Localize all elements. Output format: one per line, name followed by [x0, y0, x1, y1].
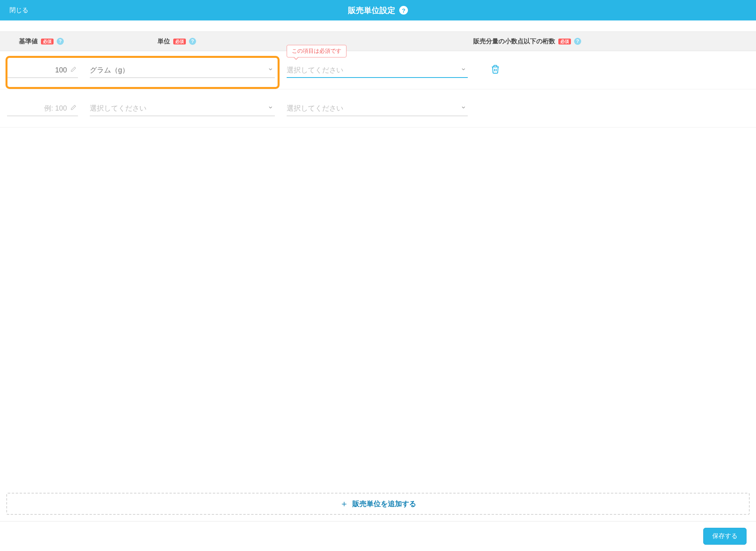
chevron-down-icon — [268, 67, 273, 74]
plus-icon: ＋ — [340, 499, 348, 508]
unit-row: 選択してください 選択してください — [0, 89, 756, 128]
pencil-icon — [70, 67, 76, 74]
column-header-row: 基準値 必須 ? 単位 必須 ? 販売分量の小数点以下の桁数 必須 ? — [0, 31, 756, 51]
chevron-down-icon — [461, 67, 466, 74]
add-row-container: ＋ 販売単位を追加する — [0, 486, 756, 521]
column-header-digits: 販売分量の小数点以下の桁数 必須 ? — [282, 37, 749, 46]
column-header-base: 基準値 必須 ? — [19, 37, 94, 46]
digits-select[interactable]: 選択してください — [287, 100, 468, 116]
footer: 保存する — [0, 521, 756, 551]
header: 閉じる 販売単位設定 ? — [0, 0, 756, 20]
delete-row-button[interactable] — [491, 65, 500, 76]
page-title: 販売単位設定 ? — [348, 5, 408, 16]
rows-container: グラム（g） この項目は必須です 選択してください — [0, 51, 756, 486]
add-unit-row-button[interactable]: ＋ 販売単位を追加する — [6, 493, 750, 515]
required-badge: 必須 — [41, 39, 54, 44]
required-badge: 必須 — [173, 39, 186, 44]
close-button[interactable]: 閉じる — [9, 6, 28, 15]
help-icon[interactable]: ? — [189, 38, 196, 45]
digits-select[interactable]: この項目は必須です 選択してください — [287, 62, 468, 78]
column-header-unit: 単位 必須 ? — [94, 37, 282, 46]
column-digits-label: 販売分量の小数点以下の桁数 — [473, 37, 555, 46]
unit-row: グラム（g） この項目は必須です 選択してください — [0, 51, 756, 89]
chevron-down-icon — [461, 105, 466, 112]
unit-select-placeholder: 選択してください — [90, 104, 275, 113]
digits-select-placeholder: 選択してください — [287, 65, 468, 75]
unit-select-value: グラム（g） — [90, 65, 275, 75]
help-icon[interactable]: ? — [57, 38, 64, 45]
column-base-label: 基準値 — [19, 37, 38, 46]
base-value-field[interactable] — [7, 62, 78, 78]
error-tooltip: この項目は必須です — [287, 45, 346, 57]
unit-select[interactable]: 選択してください — [90, 100, 275, 116]
base-value-input[interactable] — [7, 66, 78, 74]
column-unit-label: 単位 — [158, 37, 170, 46]
page-title-text: 販売単位設定 — [348, 5, 395, 16]
unit-select[interactable]: グラム（g） — [90, 62, 275, 78]
help-icon[interactable]: ? — [399, 6, 408, 15]
chevron-down-icon — [268, 105, 273, 112]
required-badge: 必須 — [558, 39, 571, 44]
base-value-input[interactable] — [7, 104, 78, 113]
add-row-label: 販売単位を追加する — [352, 499, 416, 508]
base-value-field[interactable] — [7, 100, 78, 116]
help-icon[interactable]: ? — [574, 38, 581, 45]
save-button[interactable]: 保存する — [703, 528, 747, 545]
pencil-icon — [70, 105, 76, 112]
digits-select-placeholder: 選択してください — [287, 104, 468, 113]
